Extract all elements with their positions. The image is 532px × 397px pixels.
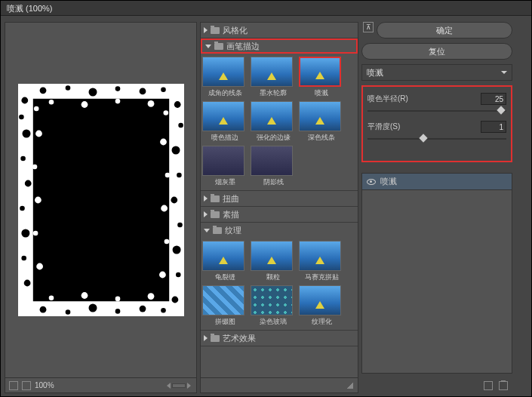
ok-button[interactable]: 确定 xyxy=(377,22,512,38)
svg-point-26 xyxy=(39,306,46,313)
chevron-right-icon xyxy=(204,195,208,202)
chevron-right-icon xyxy=(204,211,208,217)
svg-point-8 xyxy=(21,229,29,238)
svg-point-31 xyxy=(161,308,166,313)
category-stylize[interactable]: 风格化 xyxy=(201,23,358,38)
filter-thumb[interactable]: 染色玻璃 xyxy=(251,285,296,327)
spray-radius-input[interactable] xyxy=(481,93,506,105)
param-label: 喷色半径(R) xyxy=(367,94,408,104)
svg-point-2 xyxy=(21,97,28,104)
svg-point-3 xyxy=(19,115,24,120)
category-label: 纹理 xyxy=(225,225,241,236)
applied-filter-item[interactable]: 喷溅 xyxy=(362,174,512,190)
filter-dropdown[interactable]: 喷溅 xyxy=(361,64,512,81)
folder-icon xyxy=(211,195,220,202)
folder-icon xyxy=(211,211,220,218)
chevron-right-icon xyxy=(204,27,208,33)
filter-thumb[interactable]: 烟灰墨 xyxy=(202,146,248,187)
preview-image[interactable] xyxy=(11,29,190,371)
collapse-icon[interactable]: ⊼ xyxy=(363,22,374,32)
applied-filter-label: 喷溅 xyxy=(380,176,397,187)
svg-point-15 xyxy=(171,197,177,204)
smoothness-input[interactable] xyxy=(481,121,506,133)
svg-point-4 xyxy=(22,130,30,138)
svg-point-28 xyxy=(88,304,97,312)
svg-point-42 xyxy=(164,239,169,245)
category-label: 素描 xyxy=(223,209,239,220)
svg-point-18 xyxy=(176,272,181,278)
svg-point-46 xyxy=(115,99,120,104)
filter-thumb[interactable]: 马赛克拼贴 xyxy=(299,241,344,282)
svg-point-44 xyxy=(48,100,54,105)
zoom-in-icon[interactable] xyxy=(22,381,31,390)
svg-point-11 xyxy=(174,101,180,108)
filter-thumb-selected[interactable]: 喷溅 xyxy=(299,57,344,98)
svg-point-49 xyxy=(81,292,88,299)
filter-thumb[interactable]: 深色线条 xyxy=(299,101,344,143)
filter-thumb[interactable]: 龟裂缝 xyxy=(202,241,248,282)
trash-icon[interactable] xyxy=(499,381,508,390)
settings-panel: ⊼ 确定 复位 喷溅 喷色半径(R) 平滑度(S) xyxy=(361,22,512,393)
svg-point-19 xyxy=(171,297,178,303)
applied-filters-list: 喷溅 xyxy=(361,173,512,374)
svg-point-22 xyxy=(88,88,97,97)
smoothness-slider[interactable] xyxy=(367,135,506,143)
svg-point-7 xyxy=(20,206,25,211)
svg-point-47 xyxy=(147,100,154,107)
svg-point-6 xyxy=(24,180,31,187)
zoom-out-icon[interactable] xyxy=(9,381,18,390)
svg-point-21 xyxy=(65,85,70,91)
preview-scrollbar[interactable] xyxy=(58,382,192,389)
svg-point-38 xyxy=(163,110,168,115)
svg-point-37 xyxy=(36,263,43,270)
svg-point-35 xyxy=(35,197,42,204)
folder-icon xyxy=(211,335,220,342)
category-brush-strokes[interactable]: 画笔描边 xyxy=(201,38,358,54)
category-sketch[interactable]: 素描 xyxy=(201,207,358,222)
category-label: 扭曲 xyxy=(223,193,239,205)
svg-point-48 xyxy=(48,296,54,301)
folder-icon xyxy=(213,227,222,234)
category-texture[interactable]: 纹理 xyxy=(201,223,358,238)
resize-handle-icon[interactable] xyxy=(347,383,353,389)
param-label: 平滑度(S) xyxy=(367,122,400,132)
dropdown-label: 喷溅 xyxy=(367,67,383,78)
category-artistic[interactable]: 艺术效果 xyxy=(201,331,358,346)
filter-thumb[interactable]: 喷色描边 xyxy=(202,101,248,143)
settings-footer xyxy=(361,378,512,393)
svg-point-12 xyxy=(178,123,183,128)
zoom-level[interactable]: 100% xyxy=(35,381,54,389)
filter-thumb[interactable]: 阴影线 xyxy=(251,146,296,187)
svg-point-34 xyxy=(32,165,37,170)
svg-point-23 xyxy=(115,86,120,91)
category-distort[interactable]: 扭曲 xyxy=(201,191,358,206)
filter-thumb[interactable]: 强化的边缘 xyxy=(251,101,296,143)
filter-thumb[interactable]: 拼缀图 xyxy=(202,285,248,327)
chevron-down-icon xyxy=(204,229,210,232)
svg-point-39 xyxy=(160,139,167,146)
svg-point-24 xyxy=(139,88,146,95)
category-label: 画笔描边 xyxy=(226,41,260,52)
svg-point-29 xyxy=(115,309,120,314)
svg-point-17 xyxy=(172,246,180,254)
filter-thumb[interactable]: 纹理化 xyxy=(299,285,344,327)
chevron-down-icon xyxy=(205,45,211,48)
svg-point-5 xyxy=(20,156,26,162)
svg-point-41 xyxy=(161,205,168,212)
svg-point-20 xyxy=(39,87,46,94)
svg-point-51 xyxy=(147,293,154,300)
svg-point-10 xyxy=(23,280,30,287)
filter-gallery: 风格化 画笔描边 成角的线条 墨水轮廓 喷溅 喷色描边 强化的边缘 深色线条 烟… xyxy=(200,22,358,393)
new-effect-layer-icon[interactable] xyxy=(484,381,493,390)
filter-thumb[interactable]: 墨水轮廓 xyxy=(251,57,296,98)
window-title: 喷溅 (100%) xyxy=(1,1,531,16)
filter-thumb[interactable]: 颗粒 xyxy=(251,241,296,282)
chevron-right-icon xyxy=(204,335,208,341)
svg-rect-1 xyxy=(32,99,168,301)
visibility-eye-icon[interactable] xyxy=(367,179,376,185)
filter-thumb[interactable]: 成角的线条 xyxy=(202,57,248,98)
reset-button[interactable]: 复位 xyxy=(361,43,512,60)
svg-point-40 xyxy=(165,173,170,178)
svg-point-16 xyxy=(177,223,183,228)
spray-radius-slider[interactable] xyxy=(367,107,506,115)
